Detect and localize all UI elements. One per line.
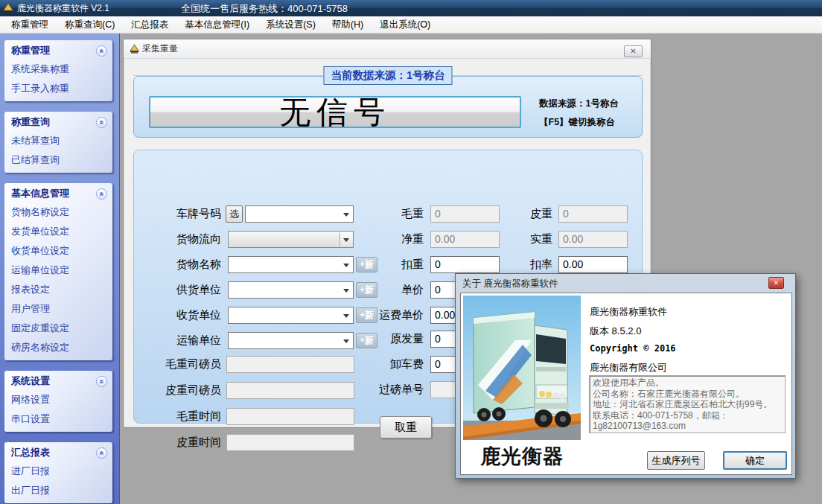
about-version: 版本 8.5.2.0 [590, 325, 641, 338]
sidebar-item-report-setting[interactable]: 报表设定 [4, 280, 112, 299]
chevron-down-icon [340, 283, 352, 297]
collapse-chevron-icon[interactable] [96, 376, 107, 387]
goods-name-combobox[interactable] [228, 256, 354, 273]
collapse-chevron-icon[interactable] [96, 117, 107, 128]
gross-weight-field: 0 [430, 205, 500, 223]
generate-serial-button[interactable]: 生成序列号 [647, 451, 705, 470]
label-gross-weight: 毛重 [357, 205, 424, 222]
about-product-name: 鹿光衡器称重软件 [590, 305, 667, 319]
chevron-down-icon [340, 308, 352, 322]
ok-button[interactable]: 确定 [723, 451, 787, 470]
sidebar-item-outbound-daily-report[interactable]: 出厂日报 [4, 481, 112, 500]
label-unit-price: 单价 [357, 281, 424, 298]
logo-caption-text: 鹿光衡器 [463, 440, 581, 473]
collapse-chevron-icon[interactable] [96, 447, 107, 459]
sidebar-item-inbound-daily-report[interactable]: 进厂日报 [4, 462, 112, 481]
menu-system-settings[interactable]: 系统设置(S) [258, 16, 324, 34]
deduct-weight-input[interactable]: 0 [430, 256, 500, 273]
tare-time-field [226, 434, 354, 451]
weight-display-panel: 无信号 数据来源：1号称台 【F5】键切换称台 [133, 76, 643, 138]
goods-flow-combobox[interactable] [228, 231, 354, 248]
f5-switch-hint: 【F5】键切换称台 [539, 116, 651, 129]
sidebar-item-serial-port-settings[interactable]: 串口设置 [4, 409, 112, 429]
label-tare-operator: 皮重司磅员 [143, 382, 221, 398]
sidebar-header-basic-info[interactable]: 基本信息管理 [4, 183, 112, 202]
sidebar-header-label: 称重管理 [11, 44, 50, 57]
sidebar-item-network-settings[interactable]: 网络设置 [4, 390, 112, 409]
label-unload-fee: 卸车费 [357, 356, 424, 372]
sidebar-item-scale-house-setting[interactable]: 磅房名称设定 [4, 338, 112, 357]
actual-weight-field: 0.00 [558, 231, 628, 248]
about-info-textbox: 欢迎使用本产品。 公司名称：石家庄鹿光衡器有限公司。 地址：河北省石家庄鹿泉区石… [589, 375, 786, 433]
gross-time-field [226, 408, 354, 425]
sidebar-header-label: 称重查询 [11, 115, 50, 129]
application-window: 鹿光衡器称重软件 V2.1 全国统一售后服务热线：400-071-5758 称重… [0, 0, 822, 504]
about-dialog-title: 关于 鹿光衡器称重软件 [462, 278, 558, 290]
data-source-banner: 当前数据来源：1号称台 [323, 66, 452, 85]
label-freight-price: 运费单价 [357, 307, 424, 323]
dialog-close-button[interactable]: ✕ [768, 277, 784, 289]
net-weight-field: 0.00 [430, 231, 500, 248]
menu-help[interactable]: 帮助(H) [324, 16, 372, 34]
menu-bar: 称重管理 称重查询(C) 汇总报表 基本信息管理(I) 系统设置(S) 帮助(H… [0, 16, 822, 34]
sidebar-item-fixed-tare-setting[interactable]: 固定皮重设定 [4, 319, 112, 338]
tare-operator-field [226, 382, 354, 399]
child-window-title: 采集重量 [142, 42, 178, 55]
sidebar-item-shipper-setting[interactable]: 发货单位设定 [4, 222, 112, 241]
chevron-down-icon [340, 207, 352, 221]
sidebar-header-label: 基本信息管理 [11, 187, 69, 200]
plate-number-combobox[interactable] [245, 205, 354, 223]
label-transport-unit: 运输单位 [143, 332, 221, 348]
supplier-combobox[interactable] [228, 281, 354, 299]
sidebar-item-manual-entry-weighing[interactable]: 手工录入称重 [4, 79, 112, 98]
sidebar-header-label: 系统设置 [11, 374, 50, 388]
take-weight-button[interactable]: 取重 [380, 416, 432, 438]
collapse-chevron-icon[interactable] [96, 45, 107, 57]
sidebar-header-query[interactable]: 称重查询 [4, 112, 112, 131]
menu-basic-info[interactable]: 基本信息管理(I) [176, 16, 258, 34]
sidebar-item-system-collect-weighing[interactable]: 系统采集称重 [4, 60, 112, 79]
deduct-rate-input[interactable]: 0.00 [558, 256, 628, 273]
gross-operator-field [226, 356, 354, 373]
sidebar-panel-basic-info: 基本信息管理 货物名称设定 发货单位设定 收货单位设定 运输单位设定 报表设定 … [4, 183, 112, 360]
label-receiver: 收货单位 [143, 307, 221, 323]
sidebar-item-transport-setting[interactable]: 运输单位设定 [4, 261, 112, 280]
about-dialog: 关于 鹿光衡器称重软件 ✕ [455, 273, 796, 479]
about-company: 鹿光衡器有限公司 [590, 361, 667, 374]
sidebar-header-system-settings[interactable]: 系统设置 [4, 371, 112, 390]
company-logo-image: 鹿光衡器 [463, 296, 581, 473]
sidebar-header-label: 汇总报表 [11, 446, 50, 459]
label-gross-operator: 毛重司磅员 [143, 356, 221, 372]
sidebar-item-goods-name-setting[interactable]: 货物名称设定 [4, 202, 112, 222]
menu-weighing-management[interactable]: 称重管理 [3, 16, 57, 34]
label-tare-weight: 皮重 [491, 205, 552, 222]
sidebar: 称重管理 系统采集称重 手工录入称重 称重查询 未结算查询 已结算查询 基本信息… [0, 34, 120, 504]
weight-readout: 无信号 [149, 96, 521, 128]
label-tare-time: 皮重时间 [143, 434, 221, 450]
receiver-combobox[interactable] [228, 307, 354, 324]
menu-summary-report[interactable]: 汇总报表 [123, 16, 176, 34]
sidebar-item-receiver-setting[interactable]: 收货单位设定 [4, 241, 112, 261]
about-copyright: Copyright © 2016 [590, 343, 676, 354]
tare-weight-field: 0 [558, 205, 628, 223]
sidebar-item-user-management[interactable]: 用户管理 [4, 299, 112, 319]
transport-unit-combobox[interactable] [228, 332, 354, 349]
sidebar-header-weighing[interactable]: 称重管理 [4, 40, 112, 60]
data-source-label: 数据来源：1号称台 [539, 98, 651, 110]
menu-weighing-query[interactable]: 称重查询(C) [57, 16, 123, 34]
collapse-chevron-icon[interactable] [96, 188, 107, 200]
label-actual-weight: 实重 [491, 231, 552, 247]
sidebar-item-settled-query[interactable]: 已结算查询 [4, 150, 112, 170]
sidebar-panel-weighing: 称重管理 系统采集称重 手工录入称重 [4, 40, 112, 101]
collect-weight-titlebar: 采集重量 ✕ [124, 39, 651, 59]
label-goods-flow: 货物流向 [143, 231, 221, 247]
select-plate-button[interactable]: 选 [226, 205, 243, 223]
menu-exit[interactable]: 退出系统(O) [372, 16, 439, 34]
chevron-down-icon [340, 232, 352, 246]
sidebar-header-summary-reports[interactable]: 汇总报表 [4, 442, 112, 462]
window-title: 鹿光衡器称重软件 V2.1 [17, 2, 109, 15]
child-close-button[interactable]: ✕ [624, 45, 643, 57]
chevron-down-icon [340, 334, 352, 348]
sidebar-item-unsettled-query[interactable]: 未结算查询 [4, 131, 112, 150]
label-original-qty: 原发量 [357, 331, 424, 347]
